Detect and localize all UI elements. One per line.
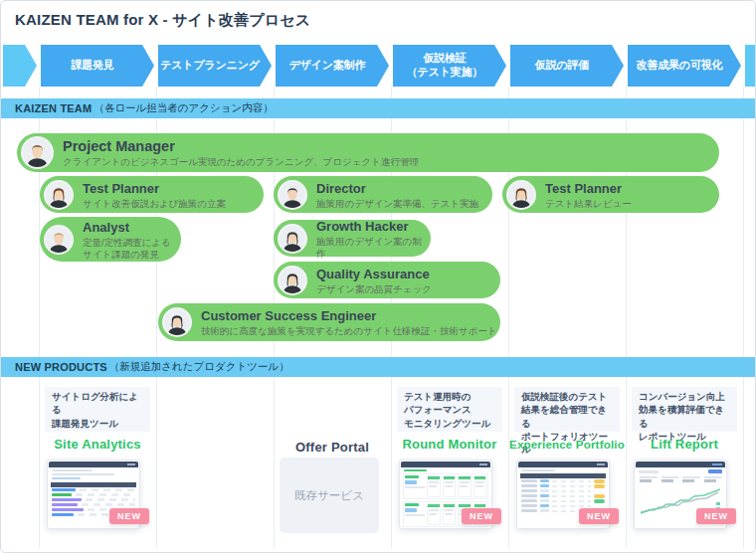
role-pill-director: Director 施策用のデザイン案準備、テスト実施: [274, 176, 492, 213]
role-description: 技術的に高度な施策を実現するためのサイト仕様検証・技術サポート: [201, 325, 497, 337]
process-step-label: 仮説検証: [423, 52, 466, 66]
grid-line: [743, 87, 744, 548]
product-thumbnail-site-analytics: NEW: [47, 460, 140, 529]
product-title-experience-portfolio: Experience Portfolio: [508, 439, 626, 451]
role-pill-project-manager: Project Manager クライアントのビジネスゴール実現のためのプランニ…: [17, 133, 719, 172]
new-badge: NEW: [696, 508, 736, 524]
product-description-experience-portfolio: 仮説検証後のテスト 結果を総合管理できる ポートフォリオツール: [514, 387, 620, 432]
process-arrow-fragment-left: [3, 45, 37, 87]
kaizen-process-diagram: KAIZEN TEAM for X - サイト改善プロセス 課題発見 テストプラ…: [0, 0, 756, 553]
role-pill-customer-success-engineer: Customer Success Engineer 技術的に高度な施策を実現する…: [158, 303, 500, 341]
product-title-site-analytics: Site Analytics: [39, 437, 156, 452]
person-avatar-icon: [278, 180, 307, 210]
process-step-design-production: デザイン案制作: [276, 45, 389, 87]
process-step-label: 仮説の評価: [535, 59, 589, 73]
role-description: 施策用のデザイン案準備、テスト実施: [316, 198, 478, 210]
role-description: デザイン案の品質チェック: [316, 283, 432, 295]
role-name: Customer Success Engineer: [201, 308, 376, 323]
process-arrow-fragment-right: [745, 45, 756, 87]
offer-portal-existing-service-box: 既存サービス: [280, 458, 379, 533]
process-step-label: 改善成果の可視化: [637, 59, 723, 73]
process-step-test-planning: テストプランニング: [158, 45, 272, 87]
role-pill-test-planner: Test Planner サイト改善仮説および施策の立案: [40, 176, 264, 213]
role-description: クライアントのビジネスゴール実現のためのプランニング、プロジェクト進行管理: [63, 156, 419, 168]
role-name: Test Planner: [83, 181, 159, 196]
role-description: 定量/定性調査による サイト課題の発見: [83, 237, 171, 262]
thumbnail-titlebar: [401, 461, 490, 467]
new-products-band: NEW PRODUCTS （新規追加されたプロダクトツール）: [1, 357, 756, 377]
role-description: サイト改善仮説および施策の立案: [83, 198, 226, 210]
role-pill-growth-hacker: Growth Hacker 施策用のデザイン案の制作: [274, 220, 431, 257]
kaizen-team-band: KAIZEN TEAM （各ロール担当者のアクション内容）: [1, 98, 756, 118]
product-description-site-analytics: サイトログ分析による 課題発見ツール: [45, 387, 150, 432]
kaizen-band-title: KAIZEN TEAM: [15, 102, 92, 114]
role-description: テスト結果レビュー: [545, 198, 632, 210]
process-step-label: デザイン案制作: [289, 59, 366, 73]
role-pill-test-planner-review: Test Planner テスト結果レビュー: [502, 176, 719, 213]
process-step-result-visualization: 改善成果の可視化: [628, 45, 741, 87]
product-thumbnail-round-monitor: NEW: [399, 460, 492, 529]
new-badge: NEW: [462, 508, 501, 524]
product-thumbnail-experience-portfolio: NEW: [516, 460, 610, 529]
process-step-hypothesis-evaluation: 仮説の評価: [510, 45, 624, 87]
process-step-label: テストプランニング: [160, 59, 260, 73]
role-name: Project Manager: [63, 138, 175, 154]
role-name: Test Planner: [545, 181, 622, 196]
thumbnail-titlebar: [518, 461, 608, 467]
person-avatar-icon: [162, 307, 192, 337]
person-avatar-icon: [44, 180, 74, 210]
products-band-title: NEW PRODUCTS: [15, 361, 107, 373]
thumbnail-titlebar: [49, 461, 138, 467]
role-description: 施策用のデザイン案の制作: [316, 236, 431, 261]
process-step-label2: （テスト実施）: [407, 66, 482, 80]
products-band-subtitle: （新規追加されたプロダクトツール）: [109, 360, 289, 374]
product-title-lift-report: Lift Report: [626, 437, 743, 452]
product-description-round-monitor: テスト運用時の パフォーマンス モニタリングツール: [397, 387, 502, 432]
page-title: KAIZEN TEAM for X - サイト改善プロセス: [15, 11, 310, 30]
new-badge: NEW: [109, 508, 149, 524]
role-name: Quality Assurance: [316, 267, 430, 281]
product-title-offer-portal: Offer Portal: [274, 440, 391, 455]
person-avatar-icon: [278, 266, 307, 295]
person-avatar-icon: [44, 225, 74, 255]
process-step-issue-discovery: 課題発見: [41, 45, 154, 87]
process-step-hypothesis-testing: 仮説検証（テスト実施）: [393, 45, 506, 87]
thumbnail-titlebar: [636, 461, 725, 467]
role-pill-analyst: Analyst 定量/定性調査による サイト課題の発見: [40, 217, 181, 262]
process-step-label: 課題発見: [71, 59, 113, 73]
role-name: Analyst: [83, 220, 129, 235]
product-title-round-monitor: Round Monitor: [391, 437, 508, 452]
existing-service-label: 既存サービス: [294, 488, 364, 503]
product-thumbnail-lift-report: NEW: [634, 460, 727, 529]
role-name: Director: [316, 181, 366, 196]
person-avatar-icon: [21, 136, 54, 169]
kaizen-band-subtitle: （各ロール担当者のアクション内容）: [94, 101, 273, 115]
role-pill-quality-assurance: Quality Assurance デザイン案の品質チェック: [274, 262, 500, 298]
person-avatar-icon: [506, 180, 536, 210]
person-avatar-icon: [278, 224, 307, 254]
product-description-lift-report: コンバージョン向上 効果を積算評価できる レポートツール: [632, 387, 737, 432]
role-name: Growth Hacker: [316, 219, 408, 234]
new-badge: NEW: [579, 508, 619, 524]
